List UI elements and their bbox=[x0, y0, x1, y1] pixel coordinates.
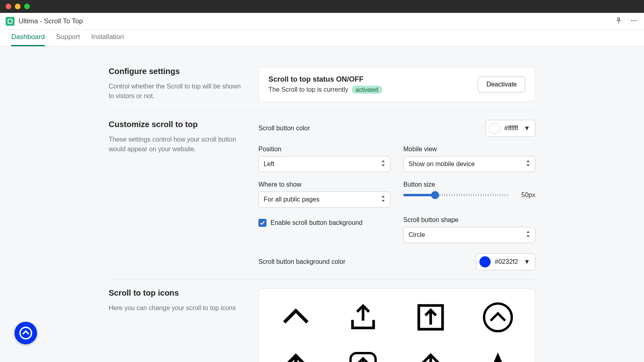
mobile-view-label: Mobile view bbox=[403, 146, 535, 153]
where-to-show-value: For all public pages bbox=[258, 191, 390, 208]
pin-icon[interactable] bbox=[615, 17, 622, 26]
svg-point-1 bbox=[631, 20, 632, 21]
mobile-view-select[interactable]: Show on mobile device bbox=[403, 156, 535, 172]
bg-color-picker[interactable]: #0232f2 ▼ bbox=[476, 253, 535, 270]
deactivate-button[interactable]: Deactivate bbox=[478, 76, 525, 93]
icon-option-chevron-up-circle[interactable] bbox=[476, 299, 520, 335]
configure-heading: Configure settings bbox=[109, 67, 246, 76]
status-title: Scroll to top status ON/OFF bbox=[268, 75, 382, 84]
mobile-view-value: Show on mobile device bbox=[403, 156, 535, 172]
chevron-down-icon: ▼ bbox=[524, 258, 530, 265]
tab-support[interactable]: Support bbox=[56, 33, 80, 46]
configure-desc: Control whether the Scroll to top will b… bbox=[109, 82, 246, 101]
status-line: The Scroll to top is currently activated bbox=[268, 86, 382, 93]
slider-handle[interactable] bbox=[431, 191, 439, 199]
icon-option-arrow-up-thick[interactable] bbox=[274, 348, 318, 362]
shape-label: Scroll button shape bbox=[403, 216, 535, 224]
position-select[interactable]: Left bbox=[258, 156, 390, 172]
tabs-nav: Dashboard Support Installation bbox=[0, 30, 644, 47]
customize-heading: Customize scroll to top bbox=[109, 120, 246, 129]
app-icon bbox=[6, 17, 14, 26]
status-prefix: The Scroll to top is currently bbox=[268, 86, 348, 93]
scroll-color-value: #ffffff bbox=[504, 125, 518, 132]
svg-point-2 bbox=[634, 20, 635, 21]
enable-bg-checkbox[interactable] bbox=[258, 219, 266, 227]
button-size-slider[interactable] bbox=[403, 194, 509, 196]
status-badge: activated bbox=[352, 86, 382, 94]
bg-color-label: Scroll button background color bbox=[258, 258, 345, 265]
tab-installation[interactable]: Installation bbox=[91, 33, 124, 46]
svg-point-13 bbox=[20, 327, 32, 339]
floating-scroll-to-top-preview[interactable] bbox=[14, 322, 37, 344]
icon-option-cursor-up[interactable] bbox=[476, 348, 520, 362]
icon-option-arrow-up-rounded-square[interactable] bbox=[341, 348, 385, 362]
svg-point-3 bbox=[636, 20, 637, 21]
app-header: Ultima - Scroll To Top bbox=[0, 13, 644, 30]
section-icons: Scroll to top icons Here you can change … bbox=[109, 279, 535, 362]
svg-point-7 bbox=[484, 304, 512, 331]
icon-option-chevron-up[interactable] bbox=[274, 299, 318, 335]
window-close-button[interactable] bbox=[6, 4, 11, 9]
app-title: Ultima - Scroll To Top bbox=[19, 17, 83, 25]
section-customize: Customize scroll to top These settings c… bbox=[109, 111, 535, 279]
position-value: Left bbox=[258, 156, 390, 172]
customize-desc: These settings control how your scroll b… bbox=[109, 135, 246, 154]
icons-desc: Here you can change your scroll to top i… bbox=[109, 303, 246, 313]
icons-heading: Scroll to top icons bbox=[109, 288, 246, 298]
window-maximize-button[interactable] bbox=[24, 4, 30, 9]
svg-marker-12 bbox=[487, 352, 508, 362]
enable-bg-label: Enable scroll button background bbox=[270, 219, 363, 226]
icons-card bbox=[258, 288, 535, 362]
position-label: Position bbox=[258, 146, 390, 153]
scroll-color-label: Scroll button color bbox=[258, 125, 310, 132]
window-titlebar bbox=[0, 0, 644, 13]
where-to-show-label: Where to show bbox=[258, 181, 390, 188]
icon-option-upload-tray[interactable] bbox=[341, 299, 385, 335]
window-minimize-button[interactable] bbox=[15, 4, 21, 9]
main-scroll[interactable]: Configure settings Control whether the S… bbox=[0, 47, 644, 362]
more-icon[interactable] bbox=[630, 17, 638, 26]
icon-option-arrow-up-thin[interactable] bbox=[409, 348, 453, 362]
button-size-value: 50px bbox=[514, 191, 535, 199]
where-to-show-select[interactable]: For all public pages bbox=[258, 191, 390, 208]
icon-option-arrow-up-square[interactable] bbox=[409, 299, 453, 335]
button-size-label: Button size bbox=[403, 181, 535, 188]
section-configure: Configure settings Control whether the S… bbox=[109, 58, 535, 111]
bg-color-swatch bbox=[479, 256, 491, 267]
scroll-color-picker[interactable]: #ffffff ▼ bbox=[485, 120, 535, 137]
bg-color-value: #0232f2 bbox=[495, 258, 518, 265]
shape-select[interactable]: Circle bbox=[403, 227, 535, 243]
tab-dashboard[interactable]: Dashboard bbox=[11, 33, 45, 46]
chevron-down-icon: ▼ bbox=[524, 125, 530, 132]
status-card: Scroll to top status ON/OFF The Scroll t… bbox=[258, 67, 535, 102]
scroll-color-swatch bbox=[489, 123, 500, 134]
shape-value: Circle bbox=[403, 227, 535, 243]
